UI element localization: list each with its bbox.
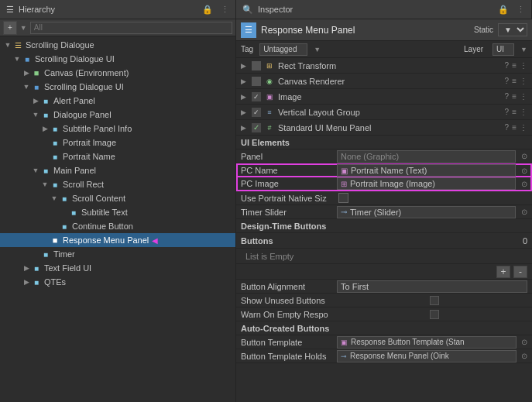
- component-rect-transform[interactable]: ▶ ⊞ Rect Transform ? ≡ ⋮: [236, 58, 532, 74]
- tree-item-timer[interactable]: ■ Timer: [0, 247, 235, 261]
- tree-item-qtes[interactable]: ▶ ■ QTEs: [0, 275, 235, 289]
- prop-panel-value[interactable]: None (Graphic): [337, 150, 516, 163]
- circle-icon[interactable]: ⊙: [521, 338, 527, 346]
- component-name: Vertical Layout Group: [278, 108, 502, 117]
- static-dropdown[interactable]: ▼: [498, 23, 527, 36]
- prop-button-template-label: Button Template: [241, 338, 334, 347]
- settings-icon[interactable]: ≡: [512, 108, 517, 116]
- component-enabled-check[interactable]: ✓: [252, 108, 261, 117]
- prop-timer-slider-label: Timer Slider: [241, 208, 334, 217]
- prop-use-portrait[interactable]: Use Portrait Native Siz: [236, 191, 532, 205]
- component-enabled-check[interactable]: ✓: [252, 92, 261, 101]
- tree-label: Scroll Rect: [63, 180, 104, 189]
- use-portrait-checkbox[interactable]: [338, 193, 348, 203]
- hierarchy-add-button[interactable]: +: [3, 21, 17, 35]
- hierarchy-search-input[interactable]: [30, 22, 232, 34]
- tree-item-portrait-name[interactable]: ■ Portrait Name: [0, 149, 235, 163]
- component-actions: ? ≡ ⋮: [505, 123, 527, 132]
- tree-label: Response Menu Panel: [63, 235, 149, 245]
- button-alignment-dropdown[interactable]: To First: [337, 280, 527, 293]
- tree-item-subtitle-text[interactable]: ■ Subtitle Text: [0, 205, 235, 219]
- prop-button-template[interactable]: Button Template ▣ Response Button Templa…: [236, 335, 532, 349]
- inspector-title: Inspector: [258, 5, 293, 14]
- tree-arrow: ▼: [22, 83, 31, 91]
- add-button[interactable]: +: [496, 266, 510, 278]
- component-canvas-renderer[interactable]: ▶ ◉ Canvas Renderer ? ≡ ⋮: [236, 74, 532, 89]
- object-icon: ☰: [241, 22, 256, 38]
- settings-icon[interactable]: ≡: [512, 77, 517, 85]
- layer-dropdown[interactable]: UI: [493, 43, 514, 56]
- help-icon[interactable]: ?: [505, 77, 510, 85]
- tree-item-portrait-image[interactable]: ■ Portrait Image: [0, 136, 235, 149]
- tree-label: Scroll Content: [72, 194, 125, 203]
- tree-item-main-panel[interactable]: ▼ ■ Main Panel: [0, 163, 235, 177]
- settings-icon[interactable]: ≡: [512, 123, 517, 132]
- prop-button-template-holds[interactable]: Button Template Holds ⊸ Response Menu Pa…: [236, 349, 532, 363]
- circle-icon[interactable]: ⊙: [521, 208, 527, 216]
- remove-button[interactable]: -: [513, 266, 527, 278]
- prop-button-template-holds-value[interactable]: ⊸ Response Menu Panel (Oink: [337, 350, 517, 362]
- prop-pc-image-value[interactable]: ⊞ Portrait Image (Image): [337, 177, 516, 190]
- tree-item-scroll-rect[interactable]: ▼ ■ Scroll Rect: [0, 177, 235, 191]
- tree-item-text-field-ui[interactable]: ▶ ■ Text Field UI: [0, 261, 235, 275]
- prop-pc-name-value[interactable]: ▣ Portrait Name (Text): [337, 164, 516, 177]
- tree-item-scrolling-ui-2[interactable]: ▼ ■ Scrolling Dialogue UI: [0, 80, 235, 94]
- prop-pc-name[interactable]: PC Name ▣ Portrait Name (Text) ⊙: [236, 163, 532, 177]
- component-vertical-layout[interactable]: ▶ ✓ ≡ Vertical Layout Group ? ≡ ⋮: [236, 105, 532, 120]
- help-icon[interactable]: ?: [505, 61, 510, 70]
- settings-icon[interactable]: ≡: [512, 92, 517, 101]
- scene-icon: ☰: [12, 40, 23, 50]
- prop-warn-empty[interactable]: Warn On Empty Respo: [236, 308, 532, 321]
- prop-pc-image[interactable]: PC Image ⊞ Portrait Image (Image) ⊙: [236, 177, 532, 191]
- component-enabled-check[interactable]: ✓: [252, 123, 261, 132]
- circle-icon[interactable]: ⊙: [521, 352, 527, 360]
- component-image[interactable]: ▶ ✓ ▣ Image ? ≡ ⋮: [236, 89, 532, 105]
- component-enabled-check[interactable]: [252, 77, 261, 86]
- cube-icon: ■: [31, 81, 42, 92]
- tree-item-response-menu-panel[interactable]: ■ Response Menu Panel ◀: [0, 233, 235, 247]
- prop-button-template-value[interactable]: ▣ Response Button Template (Stan: [337, 336, 517, 349]
- tree-label: Canvas (Environment): [44, 68, 129, 77]
- dots-icon[interactable]: ⋮: [520, 77, 527, 85]
- tree-item-alert-panel[interactable]: ▶ ■ Alert Panel: [0, 94, 235, 108]
- dots-icon[interactable]: ⋮: [520, 108, 527, 116]
- inspector-menu-icon[interactable]: ⋮: [517, 5, 525, 15]
- help-icon[interactable]: ?: [505, 108, 510, 116]
- show-unused-checkbox[interactable]: [430, 296, 439, 305]
- tree-item-subtitle-panel-info[interactable]: ▶ ■ Subtitle Panel Info: [0, 122, 235, 136]
- transform-icon: ⊞: [264, 60, 275, 71]
- help-icon[interactable]: ?: [505, 92, 510, 101]
- prop-timer-slider[interactable]: Timer Slider ⊸ Timer (Slider) ⊙: [236, 205, 532, 219]
- buttons-section: Buttons 0: [236, 233, 532, 249]
- tree-item-canvas-env[interactable]: ▶ ■ Canvas (Environment): [0, 66, 235, 80]
- circle-icon[interactable]: ⊙: [521, 180, 527, 188]
- circle-icon[interactable]: ⊙: [521, 152, 527, 160]
- tree-item-scrolling-dialogue[interactable]: ▼ ☰ Scrolling Dialogue: [0, 38, 235, 52]
- dots-icon[interactable]: ⋮: [520, 92, 527, 101]
- inspector-lock-icon[interactable]: 🔒: [498, 5, 509, 15]
- component-enabled-check[interactable]: [252, 61, 261, 70]
- tree-item-dialogue-panel[interactable]: ▼ ■ Dialogue Panel: [0, 108, 235, 122]
- tree-item-scroll-content[interactable]: ▼ ■ Scroll Content: [0, 191, 235, 205]
- inspector-tag-row: Tag Untagged ▼ Layer UI ▼: [236, 41, 532, 58]
- help-icon[interactable]: ?: [505, 123, 510, 132]
- hierarchy-lock-icon[interactable]: 🔒: [202, 5, 213, 15]
- tree-label: QTEs: [44, 277, 66, 287]
- tree-item-continue-button[interactable]: ■ Continue Button: [0, 219, 235, 233]
- dots-icon[interactable]: ⋮: [520, 61, 527, 70]
- tree-item-scrolling-ui[interactable]: ▼ ■ Scrolling Dialogue UI: [0, 52, 235, 66]
- warn-empty-checkbox[interactable]: [430, 310, 439, 319]
- prop-button-alignment[interactable]: Button Alignment To First: [236, 280, 532, 294]
- hierarchy-menu-icon[interactable]: ⋮: [221, 5, 229, 15]
- template-icon: ▣: [341, 338, 348, 346]
- dots-icon[interactable]: ⋮: [520, 123, 527, 132]
- tag-label: Tag: [241, 45, 253, 53]
- tag-dropdown[interactable]: Untagged: [259, 43, 307, 56]
- prop-pc-image-label: PC Image: [241, 179, 334, 188]
- circle-icon[interactable]: ⊙: [521, 167, 527, 175]
- settings-icon[interactable]: ≡: [512, 61, 517, 70]
- prop-show-unused-buttons[interactable]: Show Unused Buttons: [236, 294, 532, 308]
- component-standard-ui-menu-panel[interactable]: ▶ ✓ # Standard UI Menu Panel ? ≡ ⋮: [236, 120, 532, 136]
- prop-panel[interactable]: Panel None (Graphic) ⊙: [236, 149, 532, 163]
- prop-timer-slider-value[interactable]: ⊸ Timer (Slider): [337, 206, 516, 218]
